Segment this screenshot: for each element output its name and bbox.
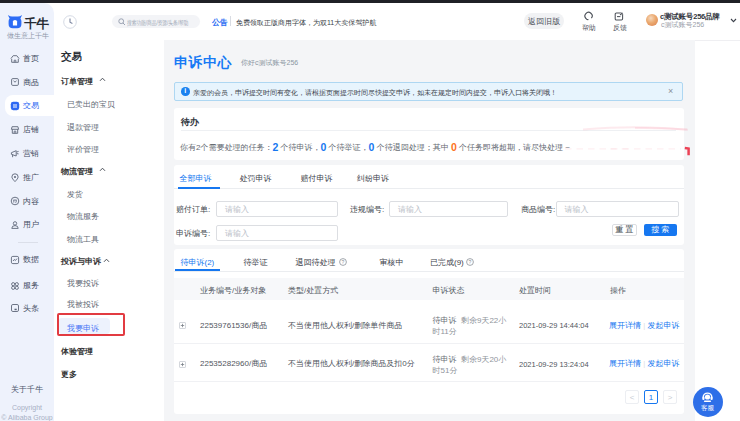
svg-text:?: ? xyxy=(342,258,345,264)
svg-text:?: ? xyxy=(468,258,471,264)
